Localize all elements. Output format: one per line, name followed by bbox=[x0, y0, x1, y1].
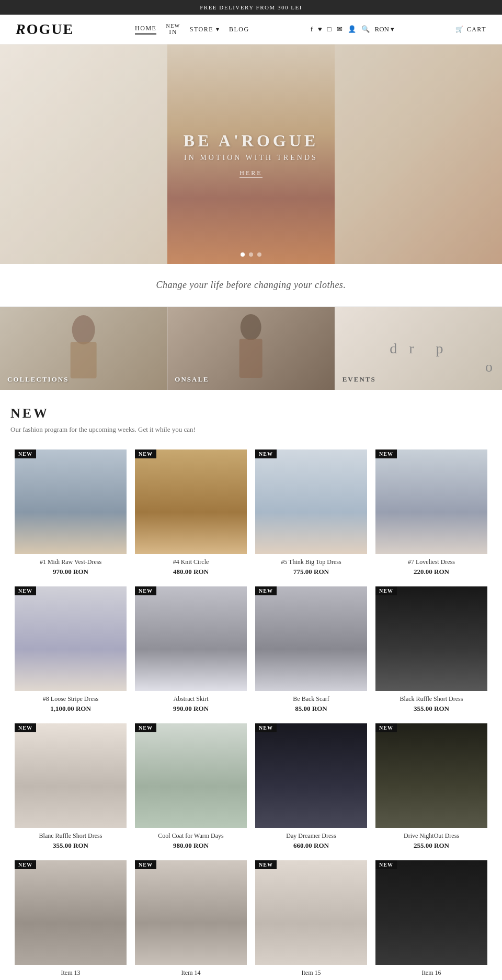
new-badge: NEW bbox=[135, 449, 156, 458]
main-nav: HOME NEW IN STORE ▾ BLOG bbox=[135, 24, 249, 35]
nav-new-in[interactable]: NEW IN bbox=[166, 24, 180, 35]
new-badge: NEW bbox=[375, 860, 397, 869]
hero-dot-3[interactable] bbox=[257, 252, 261, 257]
events-item[interactable]: d r p EVENTS o bbox=[335, 307, 502, 390]
product-card[interactable]: NEW Day Dreamer Dress 660.00 RON bbox=[251, 723, 371, 850]
product-name: Black Ruffle Short Dress bbox=[375, 695, 487, 703]
svg-point-0 bbox=[72, 315, 95, 344]
product-card[interactable]: NEW Item 13 320.00 RON bbox=[10, 860, 131, 980]
product-image bbox=[15, 860, 127, 965]
logo[interactable]: ROGUE bbox=[16, 21, 74, 38]
product-image bbox=[135, 723, 247, 828]
product-price: 85.00 RON bbox=[255, 705, 367, 713]
product-price: 355.00 RON bbox=[375, 705, 487, 713]
product-card[interactable]: NEW Drive NightOut Dress 255.00 RON bbox=[371, 723, 492, 850]
new-badge: NEW bbox=[135, 723, 156, 732]
currency-selector[interactable]: RON ▾ bbox=[375, 25, 395, 33]
hero-banner: BE A'ROGUE IN MOTION WITH TRENDS HERE bbox=[0, 44, 502, 264]
product-card[interactable]: NEW #4 Knit Circle 480.00 RON bbox=[131, 449, 251, 576]
new-badge: NEW bbox=[255, 586, 277, 595]
product-image bbox=[375, 586, 487, 691]
product-card[interactable]: NEW #7 Loveliest Dress 220.00 RON bbox=[371, 449, 492, 576]
collections-item[interactable]: COLLECTIONS bbox=[0, 307, 167, 390]
product-price: 990.00 RON bbox=[135, 705, 247, 713]
onsale-item[interactable]: ONSALE bbox=[167, 307, 334, 390]
product-name: Drive NightOut Dress bbox=[375, 832, 487, 840]
new-badge: NEW bbox=[15, 723, 36, 732]
product-card[interactable]: NEW Blanc Ruffle Short Dress 355.00 RON bbox=[10, 723, 131, 850]
cart-button[interactable]: 🛒 CART bbox=[455, 26, 486, 33]
new-section: NEW Our fashion program for the upcoming… bbox=[0, 390, 502, 449]
product-price: 355.00 RON bbox=[15, 841, 127, 850]
email-icon[interactable]: ✉ bbox=[337, 25, 343, 33]
product-image bbox=[375, 449, 487, 554]
facebook-icon[interactable]: f bbox=[311, 25, 313, 33]
product-grid: NEW #1 Midi Raw Vest-Dress 970.00 RON NE… bbox=[0, 449, 502, 980]
nav-blog[interactable]: BLOG bbox=[229, 26, 249, 33]
product-image bbox=[15, 449, 127, 554]
product-card[interactable]: NEW Be Back Scarf 85.00 RON bbox=[251, 586, 371, 713]
product-name: Item 13 bbox=[15, 969, 127, 977]
search-icon[interactable]: 🔍 bbox=[361, 25, 370, 33]
product-card[interactable]: NEW Item 16 180.00 RON bbox=[371, 860, 492, 980]
product-price: 480.00 RON bbox=[135, 568, 247, 576]
new-badge: NEW bbox=[375, 723, 397, 732]
hero-text: BE A'ROGUE IN MOTION WITH TRENDS HERE bbox=[184, 131, 318, 178]
pinterest-icon[interactable]: ♥ bbox=[318, 25, 322, 33]
product-price: 255.00 RON bbox=[375, 841, 487, 850]
hero-dots bbox=[241, 252, 261, 257]
product-card[interactable]: NEW Item 14 450.00 RON bbox=[131, 860, 251, 980]
product-image bbox=[255, 723, 367, 828]
new-badge: NEW bbox=[15, 860, 36, 869]
product-name: Abstract Skirt bbox=[135, 695, 247, 703]
delivery-text: FREE DELIVERY FROM 300 LEI bbox=[200, 4, 302, 10]
social-icons: f ♥ □ ✉ 👤 🔍 RON ▾ bbox=[311, 25, 395, 33]
product-image bbox=[135, 860, 247, 965]
cart-icon: 🛒 bbox=[455, 26, 464, 33]
nav-store[interactable]: STORE ▾ bbox=[190, 26, 220, 33]
product-name: #7 Loveliest Dress bbox=[375, 558, 487, 566]
hero-title: BE A'ROGUE bbox=[184, 131, 318, 151]
product-name: Cool Coat for Warm Days bbox=[135, 832, 247, 840]
product-image bbox=[255, 449, 367, 554]
product-name: Blanc Ruffle Short Dress bbox=[15, 832, 127, 840]
hero-dot-2[interactable] bbox=[249, 252, 253, 257]
product-image bbox=[375, 723, 487, 828]
product-card[interactable]: NEW #5 Think Big Top Dress 775.00 RON bbox=[251, 449, 371, 576]
new-badge: NEW bbox=[255, 449, 277, 458]
product-name: Be Back Scarf bbox=[255, 695, 367, 703]
product-price: 970.00 RON bbox=[15, 568, 127, 576]
product-card[interactable]: NEW #1 Midi Raw Vest-Dress 970.00 RON bbox=[10, 449, 131, 576]
collections-label: COLLECTIONS bbox=[7, 375, 69, 384]
product-price: 775.00 RON bbox=[255, 568, 367, 576]
new-section-description: Our fashion program for the upcoming wee… bbox=[10, 425, 492, 434]
product-image bbox=[15, 723, 127, 828]
product-image bbox=[15, 586, 127, 691]
product-price: 660.00 RON bbox=[255, 841, 367, 850]
onsale-label: ONSALE bbox=[175, 375, 209, 384]
hero-link[interactable]: HERE bbox=[239, 169, 262, 178]
product-image bbox=[135, 586, 247, 691]
product-name: Item 15 bbox=[255, 969, 367, 977]
svg-rect-3 bbox=[239, 339, 263, 378]
product-card[interactable]: NEW Abstract Skirt 990.00 RON bbox=[131, 586, 251, 713]
header: ROGUE HOME NEW IN STORE ▾ BLOG f ♥ □ ✉ 👤… bbox=[0, 15, 502, 44]
product-card[interactable]: NEW Black Ruffle Short Dress 355.00 RON bbox=[371, 586, 492, 713]
product-card[interactable]: NEW #8 Loose Stripe Dress 1,100.00 RON bbox=[10, 586, 131, 713]
events-label: EVENTS bbox=[343, 375, 376, 384]
events-o: o bbox=[485, 359, 493, 375]
hero-dot-1[interactable] bbox=[241, 252, 245, 257]
cart-label: CART bbox=[467, 26, 486, 33]
product-card[interactable]: NEW Cool Coat for Warm Days 980.00 RON bbox=[131, 723, 251, 850]
product-name: Item 16 bbox=[375, 969, 487, 977]
product-price: 980.00 RON bbox=[135, 841, 247, 850]
nav-home[interactable]: HOME bbox=[135, 25, 156, 34]
product-card[interactable]: NEW Item 15 590.00 RON bbox=[251, 860, 371, 980]
product-name: #5 Think Big Top Dress bbox=[255, 558, 367, 566]
tagline: Change your life before changing your cl… bbox=[0, 264, 502, 306]
collections-row: COLLECTIONS ONSALE d r p EVENTS o bbox=[0, 306, 502, 390]
instagram-icon[interactable]: □ bbox=[327, 25, 332, 33]
product-image bbox=[255, 860, 367, 965]
user-icon[interactable]: 👤 bbox=[348, 25, 356, 33]
events-text: d r p bbox=[390, 340, 447, 357]
